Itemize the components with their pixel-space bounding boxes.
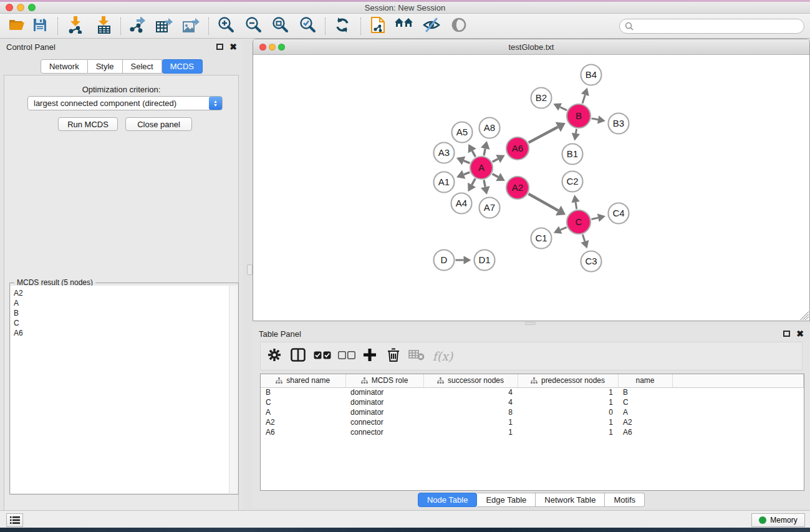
table-mode-gear-icon[interactable] (268, 348, 281, 364)
node-table[interactable]: shared name MCDS role successor nodes pr… (260, 374, 804, 491)
attribute-tree-icon (531, 377, 538, 384)
column-header-mcds-role[interactable]: MCDS role (345, 374, 423, 387)
deselect-all-rows-icon[interactable] (338, 351, 355, 362)
select-all-rows-icon[interactable] (314, 351, 331, 362)
refresh-icon[interactable] (334, 17, 350, 36)
delete-table-icon[interactable] (408, 349, 425, 363)
network-file-icon[interactable] (370, 16, 385, 36)
graph-node-label: A8 (484, 122, 495, 133)
zoom-in-icon[interactable] (217, 16, 234, 36)
table-row[interactable]: A2connector 11 A2 (261, 417, 804, 427)
network-canvas[interactable]: AA1A2A3A4A5A6A7A8BB1B2B3B4CC1C2C3C4DD1 (253, 55, 809, 321)
export-table-icon[interactable] (155, 17, 173, 36)
graph-edge-A-A3[interactable] (464, 161, 470, 163)
export-image-icon[interactable] (182, 17, 200, 36)
mcds-tab-content: Optimization criterion: largest connecte… (4, 75, 239, 532)
result-item[interactable]: A (14, 298, 229, 308)
graph-node-label: B3 (613, 118, 624, 128)
network-window-titlebar[interactable]: testGlobe.txt (253, 39, 809, 55)
graph-edge-A-A8[interactable] (484, 148, 485, 155)
graph-edge-A2-C[interactable] (528, 194, 558, 211)
graph-edge-A6-B[interactable] (529, 127, 558, 143)
function-builder-icon[interactable]: f(x) (433, 349, 453, 363)
import-table-icon[interactable] (97, 16, 112, 36)
run-mcds-button[interactable]: Run MCDS (58, 117, 118, 131)
table-row[interactable]: A6connector 11 A6 (261, 427, 804, 437)
zoom-fit-icon[interactable] (271, 16, 289, 36)
graph-edge-A-A4[interactable] (472, 178, 476, 185)
graph-edge-B-B1[interactable] (576, 129, 576, 133)
table-panel: Table Panel ✖ f(x) (253, 326, 810, 508)
tab-style[interactable]: Style (88, 59, 123, 74)
mcds-result-list[interactable]: A2 A B C A6 (11, 286, 229, 493)
search-input[interactable] (634, 22, 804, 31)
float-table-panel-icon[interactable] (783, 331, 790, 337)
criterion-select[interactable]: largest connected component (directed) ▲… (27, 96, 223, 110)
tab-network[interactable]: Network (41, 59, 88, 74)
close-window-button[interactable] (6, 4, 13, 11)
tab-select[interactable]: Select (123, 59, 162, 74)
graph-edge-B-B4[interactable] (582, 95, 585, 104)
minimize-window-button[interactable] (17, 4, 24, 11)
result-item[interactable]: A6 (14, 328, 229, 338)
graph-edge-A-A5[interactable] (472, 151, 475, 157)
table-toolbar: f(x) (260, 342, 803, 370)
export-network-icon[interactable] (128, 17, 146, 36)
table-row[interactable]: Bdominator 41 B (261, 387, 804, 397)
close-panel-button[interactable]: Close panel (125, 117, 192, 131)
tab-motifs[interactable]: Motifs (605, 493, 645, 507)
graph-node-label: C2 (566, 176, 578, 186)
graph-edge-C-C2[interactable] (576, 202, 577, 209)
tab-network-table[interactable]: Network Table (536, 493, 605, 507)
float-panel-icon[interactable] (216, 44, 223, 50)
graph-edge-A-A6[interactable] (493, 159, 498, 162)
table-row[interactable]: Adominator 80 A (261, 407, 804, 417)
tab-node-table[interactable]: Node Table (418, 493, 478, 507)
tab-edge-table[interactable]: Edge Table (477, 493, 536, 507)
hide-details-eye-icon[interactable] (422, 17, 441, 35)
task-history-button[interactable] (6, 513, 23, 527)
graph-edge-A-A2[interactable] (493, 174, 498, 177)
search-field[interactable] (619, 19, 804, 34)
column-header-predecessor-nodes[interactable]: predecessor nodes (518, 374, 618, 387)
mcds-result-group: MCDS result (5 nodes) A2 A B C A6 (9, 283, 239, 495)
create-column-icon[interactable] (363, 348, 377, 364)
app-titlebar: Session: New Session (0, 2, 810, 14)
window-resize-grip[interactable] (800, 311, 809, 320)
result-item[interactable]: A2 (14, 288, 229, 298)
save-session-icon[interactable] (32, 17, 47, 35)
horizontal-splitter-handle[interactable] (525, 322, 536, 325)
result-item[interactable]: C (14, 318, 229, 328)
delete-columns-icon[interactable] (387, 348, 400, 365)
show-columns-icon[interactable] (291, 348, 306, 364)
tab-mcds[interactable]: MCDS (162, 59, 203, 74)
zoom-window-button[interactable] (28, 4, 36, 11)
graph-edge-A-A1[interactable] (464, 172, 470, 175)
close-panel-icon[interactable]: ✖ (229, 42, 237, 51)
table-panel-title: Table Panel (259, 329, 301, 339)
graph-edge-C-C1[interactable] (561, 227, 567, 230)
column-header-successor-nodes[interactable]: successor nodes (423, 374, 518, 387)
import-network-icon[interactable] (67, 16, 84, 36)
graph-edge-B-B3[interactable] (592, 118, 598, 120)
zoom-out-icon[interactable] (244, 16, 262, 36)
memory-button[interactable]: Memory (751, 513, 805, 527)
graph-edge-B-B2[interactable] (560, 107, 567, 110)
show-details-eye-icon[interactable] (450, 17, 468, 35)
zoom-selected-icon[interactable] (299, 16, 316, 36)
graph-edge-C-C4[interactable] (592, 218, 599, 219)
graph-edge-A-A7[interactable] (484, 180, 485, 187)
close-table-panel-icon[interactable]: ✖ (796, 329, 804, 338)
graph-edge-C-C3[interactable] (582, 235, 585, 241)
result-item[interactable]: B (14, 308, 229, 318)
home-icon[interactable] (395, 18, 413, 34)
column-header-shared-name[interactable]: shared name (261, 374, 345, 387)
column-header-name[interactable]: name (618, 374, 672, 387)
open-file-icon[interactable] (8, 17, 26, 35)
control-panel: Control Panel ✖ Network Style Select MCD… (0, 39, 243, 510)
table-row[interactable]: Cdominator 41 C (261, 397, 804, 407)
vertical-splitter-handle[interactable] (247, 264, 253, 275)
graph-edge-arrowhead (597, 214, 605, 222)
result-scrollbar[interactable] (229, 286, 238, 493)
optimization-criterion-label: Optimization criterion: (4, 85, 238, 94)
